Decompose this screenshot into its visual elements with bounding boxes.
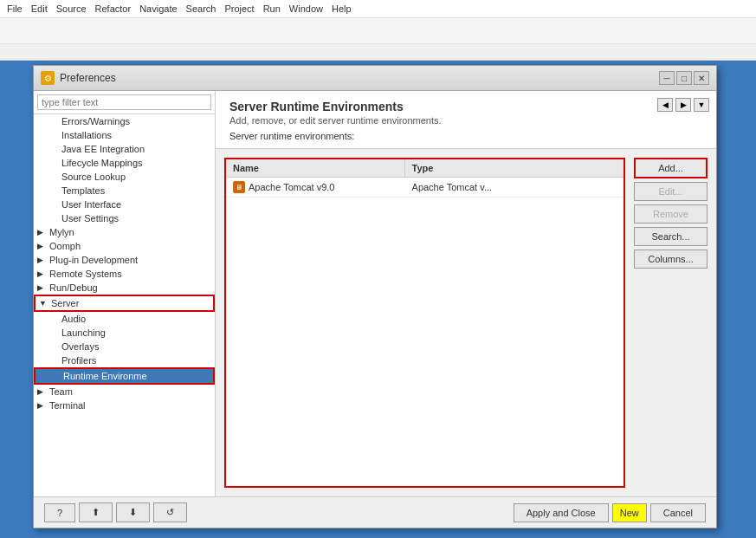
dialog-controls: ─ □ ✕ [659,71,709,85]
sidebar-item-oomph[interactable]: ▶ Oomph [34,239,215,253]
menu-source[interactable]: Source [56,3,87,14]
page-title: Server Runtime Environments [229,100,621,113]
header-nav-buttons: ◀ ▶ ▼ [657,98,709,112]
sidebar-item-remote-systems[interactable]: ▶ Remote Systems [34,267,215,281]
table-header: Name Type [226,159,624,178]
edit-button[interactable]: Edit... [634,182,708,201]
menu-window[interactable]: Window [289,3,323,14]
dialog-title: Preferences [60,72,654,84]
content-area: Name Type 🖥 Apache Tomcat v9.0 Apache To… [216,149,716,496]
sidebar-item-plugin-dev[interactable]: ▶ Plug-in Development [34,253,215,267]
table-cell-type: Apache Tomcat v... [405,178,624,196]
sidebar-item-profilers[interactable]: Profilers [34,353,215,367]
sidebar-item-mylyn[interactable]: ▶ Mylyn [34,225,215,239]
columns-button[interactable]: Columns... [634,250,708,269]
server-icon: 🖥 [233,181,245,193]
sidebar-item-user-settings[interactable]: User Settings [34,211,215,225]
sidebar-item-templates[interactable]: Templates [34,184,215,198]
table-cell-name: 🖥 Apache Tomcat v9.0 [226,178,405,197]
main-content: Server Runtime Environments Add, remove,… [216,91,716,496]
expand-icon: ▶ [37,401,49,410]
search-button[interactable]: Search... [634,227,708,246]
sidebar-item-run-debug[interactable]: ▶ Run/Debug [34,281,215,295]
col-header-name: Name [226,159,405,177]
expand-icon: ▶ [37,269,49,278]
ide-toolbar [0,18,756,44]
sidebar-item-overlays[interactable]: Overlays [34,340,215,353]
menu-search[interactable]: Search [186,3,216,14]
maximize-button[interactable]: □ [676,71,692,85]
sidebar-item-runtime-environments[interactable]: Runtime Environme [34,367,215,385]
expand-icon: ▶ [37,256,49,264]
expand-icon: ▶ [37,387,49,396]
preferences-dialog: ⚙ Preferences ─ □ ✕ Errors/Warnings [33,65,717,528]
page-header: Server Runtime Environments Add, remove,… [216,91,716,149]
menu-refactor[interactable]: Refactor [95,3,132,14]
remove-button[interactable]: Remove [634,204,708,224]
preferences-sidebar: Errors/Warnings Installations Java EE In… [34,91,216,496]
menu-file[interactable]: File [7,3,23,14]
menu-run[interactable]: Run [263,3,281,14]
new-label-button[interactable]: New [612,503,647,522]
help-button[interactable]: ? [44,503,75,522]
sidebar-item-errors-warnings[interactable]: Errors/Warnings [34,114,215,128]
export-button[interactable]: ⬇ [116,502,150,522]
sidebar-item-source-lookup[interactable]: Source Lookup [34,170,215,184]
close-button[interactable]: ✕ [694,71,709,85]
menu-edit[interactable]: Edit [31,3,48,14]
ide-menubar: File Edit Source Refactor Navigate Searc… [0,0,756,18]
filter-input-wrap [34,91,215,114]
page-description: Add, remove, or edit server runtime envi… [229,115,621,126]
collapse-icon: ▼ [39,299,51,308]
sidebar-item-java-ee[interactable]: Java EE Integration [34,142,215,156]
dialog-titlebar: ⚙ Preferences ─ □ ✕ [34,66,716,91]
nav-back-button[interactable]: ◀ [657,98,673,112]
minimize-button[interactable]: ─ [659,71,675,85]
sidebar-item-lifecycle[interactable]: Lifecycle Mappings [34,156,215,170]
runtime-environments-table: Name Type 🖥 Apache Tomcat v9.0 Apache To… [224,158,625,488]
expand-icon: ▶ [37,242,49,250]
nav-forward-button[interactable]: ▶ [675,98,691,112]
dialog-footer: ? ⬆ ⬇ ↺ Apply and Close New Cancel [34,496,716,528]
sidebar-item-audio[interactable]: Audio [34,312,215,326]
menu-help[interactable]: Help [332,3,352,14]
menu-navigate[interactable]: Navigate [139,3,177,14]
add-button[interactable]: Add... [634,158,708,178]
col-header-type: Type [405,159,624,177]
sidebar-item-server[interactable]: ▼ Server [34,295,215,312]
menu-project[interactable]: Project [224,3,254,14]
sidebar-item-installations[interactable]: Installations [34,128,215,142]
expand-icon: ▶ [37,283,49,292]
import-button[interactable]: ⬆ [79,502,113,522]
sidebar-item-terminal[interactable]: ▶ Terminal [34,399,215,412]
ide-topbar: File Edit Source Refactor Navigate Searc… [0,0,756,61]
sidebar-item-user-interface[interactable]: User Interface [34,198,215,211]
nav-dropdown-button[interactable]: ▼ [694,98,709,112]
expand-icon: ▶ [37,228,49,237]
preferences-icon: ⚙ [41,71,55,85]
sidebar-item-team[interactable]: ▶ Team [34,385,215,399]
sidebar-item-launching[interactable]: Launching [34,326,215,340]
restore-button[interactable]: ↺ [153,502,187,522]
page-subtitle: Server runtime environments: [229,131,621,141]
action-buttons-panel: Add... Edit... Remove Search... Columns.… [634,158,708,488]
tree-container: Errors/Warnings Installations Java EE In… [34,114,215,496]
filter-input[interactable] [37,94,211,110]
apply-close-button[interactable]: Apply and Close [514,503,609,522]
cancel-button[interactable]: Cancel [650,503,706,522]
dialog-body: Errors/Warnings Installations Java EE In… [34,91,716,496]
table-row[interactable]: 🖥 Apache Tomcat v9.0 Apache Tomcat v... [226,178,624,198]
